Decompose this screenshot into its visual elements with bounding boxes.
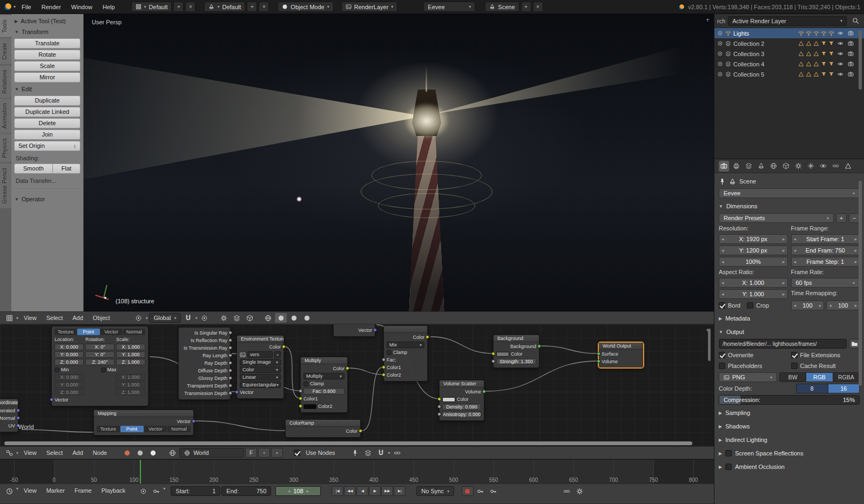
node-title[interactable]: Background	[494, 335, 539, 342]
frame-start-field[interactable]: ◂ Start Frame: 1 ▸	[791, 234, 860, 244]
node-dropdown[interactable]: Linear▾	[240, 374, 281, 380]
overlays-button[interactable]	[231, 313, 242, 323]
layout-selector[interactable]: ▾Default	[204, 2, 245, 12]
visibility-toggle[interactable]	[836, 60, 845, 68]
outliner-row-collection-5[interactable]: Collection 5	[714, 69, 864, 79]
pin-button[interactable]	[349, 448, 361, 458]
panel-active-tool[interactable]: ▶Active Tool (Test)	[12, 16, 82, 26]
socket-value[interactable]	[491, 359, 495, 363]
socket-color[interactable]	[359, 429, 362, 433]
node-cell[interactable]: Z: 1.000	[116, 359, 145, 365]
aspect-y-field[interactable]: ◂ Y: 1.000 ▸	[719, 289, 788, 299]
number-field[interactable]: Density: 0.090	[442, 404, 481, 410]
socket-value[interactable]	[228, 331, 232, 335]
pivot-point-button[interactable]	[133, 313, 145, 323]
node-dropdown[interactable]: Single Image▾	[240, 359, 281, 365]
shading-flat-button[interactable]: Flat	[53, 164, 80, 174]
topbar-menu-help[interactable]: Help	[98, 3, 119, 11]
file-format-dropdown[interactable]: PNG ▾	[719, 372, 777, 382]
render-engine-dropdown[interactable]: Eevee ▾	[719, 188, 860, 198]
remap-new-field[interactable]: ◂ 100 ▸	[826, 301, 860, 310]
browse-folder-button[interactable]	[849, 339, 860, 349]
socket-color[interactable]	[437, 397, 441, 401]
tab-normal[interactable]: Normal	[123, 329, 145, 335]
tool-delete-button[interactable]: Delete	[14, 118, 80, 128]
outliner-row-lights[interactable]: Lights	[714, 28, 864, 38]
image-datablock[interactable]: vers	[247, 351, 273, 358]
visibility-toggle[interactable]	[836, 40, 845, 47]
node-volume-scatter[interactable]: Volume ScatterVolumeColorDensity: 0.090A…	[439, 380, 484, 421]
node-title[interactable]	[384, 326, 427, 333]
socket-value[interactable]	[228, 384, 232, 387]
crop-checkbox[interactable]	[747, 302, 753, 309]
resolution-percentage-field[interactable]: ◂ 100% ▸	[719, 257, 788, 267]
shader-type-world-button[interactable]	[134, 448, 146, 458]
node-mix[interactable]: ColorMix▾ClampFac:Color1Color2	[383, 325, 428, 382]
socket-color[interactable]	[382, 365, 386, 369]
screen-layout-selector[interactable]: ▾Default	[131, 2, 172, 12]
viewport-menu-view[interactable]: View	[19, 314, 41, 322]
panel-header-ambient-occlusion[interactable]: ▶ Ambient Occlusion	[719, 461, 860, 472]
topbar-menu-window[interactable]: Window	[67, 3, 97, 11]
delete-layout-button[interactable]: ×	[259, 2, 269, 12]
timeline-menu-view[interactable]: View	[19, 486, 41, 495]
color-swatch[interactable]	[442, 397, 455, 402]
gizmos-button[interactable]	[218, 313, 230, 323]
timeline-menu-marker[interactable]: Marker	[42, 486, 69, 495]
shading-wireframe-button[interactable]	[262, 313, 274, 323]
node-editor-menu-node[interactable]: Node	[89, 448, 111, 457]
node-world-output[interactable]: World OutputSurfaceVolume	[598, 342, 644, 368]
new-datablock-button[interactable]: +	[258, 448, 270, 458]
socket-value[interactable]	[228, 353, 232, 357]
increment-arrow-icon[interactable]: ▸	[854, 303, 857, 308]
tool-duplicate-linked-button[interactable]: Duplicate Linked	[14, 107, 80, 117]
socket-value[interactable]	[228, 391, 232, 395]
node-cell[interactable]: Y: 0.000	[55, 351, 84, 358]
next-keyframe-button[interactable]: ▶▶	[381, 486, 393, 496]
keying-set-button[interactable]	[150, 486, 162, 496]
properties-scrollbar[interactable]	[859, 181, 862, 386]
xray-button[interactable]	[244, 313, 255, 323]
search-button[interactable]	[849, 16, 861, 26]
remap-old-field[interactable]: ◂ 100 ▸	[791, 301, 825, 310]
color-mode-bw[interactable]: BW	[780, 373, 806, 382]
properties-tab-view-layer[interactable]	[744, 161, 754, 172]
increment-arrow-icon[interactable]: ▸	[307, 488, 309, 494]
tab-texture[interactable]: Texture	[97, 426, 120, 432]
blender-cloud-icon[interactable]	[678, 4, 685, 10]
socket-color[interactable]	[299, 404, 302, 408]
render-visibility-toggle[interactable]	[846, 50, 855, 58]
aspect-x-field[interactable]: ◂ X: 1.000 ▸	[719, 278, 788, 288]
sync-dropdown[interactable]: No Sync▾	[416, 486, 454, 496]
socket-color[interactable]	[382, 373, 386, 377]
socket-vector[interactable]	[16, 416, 20, 420]
outliner-row-collection-4[interactable]: Collection 4	[714, 59, 864, 69]
socket-color[interactable]	[282, 345, 286, 349]
panel-header-shadows[interactable]: ▶ Shadows	[719, 421, 860, 432]
topbar-menu-render[interactable]: Render	[37, 3, 65, 11]
node-dropdown[interactable]: Color▾	[240, 366, 281, 373]
panel-header-screen-space-reflections[interactable]: ▶ Screen Space Reflections	[719, 448, 860, 459]
unlink-datablock-button[interactable]: ×	[271, 448, 283, 458]
resolution-x-field[interactable]: ◂ X: 1920 px ▸	[719, 234, 788, 244]
render-layer-selector[interactable]: RenderLayer▾	[341, 2, 398, 12]
increment-arrow-icon[interactable]: ▸	[854, 236, 857, 242]
properties-tab-particles[interactable]	[806, 161, 816, 172]
set-origin-dropdown[interactable]: Set Origin↕	[14, 141, 80, 151]
color-mode-rgb[interactable]: RGB	[806, 373, 833, 382]
socket-value[interactable]	[382, 358, 386, 362]
panel-transform[interactable]: ▼Transform	[12, 26, 82, 37]
outliner-row-collection-2[interactable]: Collection 2	[714, 38, 864, 49]
start-frame-field[interactable]: Start:1	[171, 486, 220, 496]
shelf-tab-create[interactable]: Create	[0, 38, 11, 64]
playhead[interactable]	[140, 460, 141, 483]
jump-to-end-button[interactable]: ▶|	[394, 486, 406, 496]
socket-value[interactable]	[228, 361, 232, 365]
tool-duplicate-button[interactable]: Duplicate	[14, 96, 80, 106]
socket-color[interactable]	[491, 352, 495, 356]
display-mode-dropdown[interactable]: Active Render Layer ▾	[728, 16, 847, 26]
visibility-toggle[interactable]	[836, 71, 845, 78]
shading-material-button[interactable]	[288, 313, 300, 323]
add-layout-button[interactable]: +	[247, 2, 257, 12]
engine-selector[interactable]: Eevee▾	[423, 2, 475, 12]
